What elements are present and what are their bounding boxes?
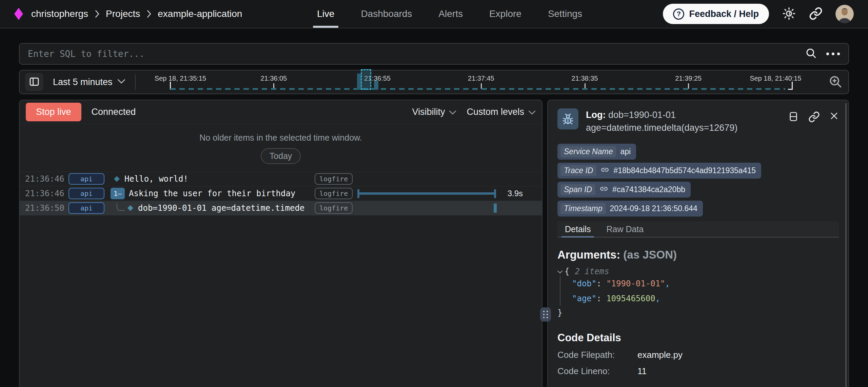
share-link-button[interactable] [809,7,823,21]
code-lineno-row: Code Lineno: 11 [557,366,839,376]
top-nav: christophergs Projects example-applicati… [0,0,868,28]
log-row-selected[interactable]: 21:36:50 api dob=1990-01-01 age=datetime… [20,201,542,216]
timestamp-badge: Timestamp 2024-09-18 21:36:50.644 [557,201,703,217]
service-badge[interactable]: api [68,202,104,214]
feedback-help-label: Feedback / Help [689,9,759,19]
empty-window-message: No older items in the selected time wind… [20,133,542,143]
log-row[interactable]: 21:36:46 api 1– Asking the user for thei… [20,186,542,201]
log-timestamp: 21:36:46 [20,174,64,184]
span-duration-bar [357,192,496,195]
json-viewer: { 2 items "dob": "1990-01-01", "age": 10… [557,267,839,320]
metadata-badges: Service Name api Trace ID #18b84cb4847b5… [557,144,839,217]
log-timestamp: 21:36:46 [20,189,64,198]
zoom-in-button[interactable] [828,74,843,90]
tab-details[interactable]: Details [565,221,591,237]
service-badge[interactable]: api [68,188,104,199]
panel-left-icon [29,76,40,88]
chevron-down-icon [449,107,456,117]
breadcrumb-projects[interactable]: Projects [106,8,140,19]
tab-live[interactable]: Live [317,0,334,28]
log-message: dob=1990-01-01 age=datetime.timede [138,203,304,213]
timeline-activity-bar [374,81,378,90]
chevron-right-icon [146,10,152,18]
divider [135,74,136,90]
service-name-badge: Service Name api [557,144,636,160]
logfire-tag-badge[interactable]: logfire [315,188,353,199]
json-items-count: 2 items [575,267,609,276]
span-bar-area [353,201,542,215]
timeline-chart[interactable]: Sep 18, 21:35:15 21:36:05 21:36:55 21:37… [143,70,821,94]
more-options-icon[interactable] [826,51,840,57]
link-icon [809,7,823,21]
timeline-bar: Last 5 minutes Sep 18, 21:35:15 21:36:05… [19,70,849,94]
log-level-diamond-icon [127,205,133,211]
sql-filter-bar [19,43,849,65]
live-logs-panel: Stop live Connected Visibility Custom le… [19,100,542,387]
log-rows-list: 21:36:46 api Hello, world! logfire 21:36… [20,171,542,216]
code-filepath-row: Code Filepath: example.py [557,350,839,360]
breadcrumb-org[interactable]: christophergs [31,8,88,19]
breadcrumb: christophergs Projects example-applicati… [14,8,242,20]
arguments-heading: Arguments: (as JSON) [557,248,839,261]
theme-toggle-button[interactable] [782,6,796,22]
breadcrumb-project-name[interactable]: example-application [158,8,242,19]
main-nav-tabs: Live Dashboards Alerts Explore Settings [317,0,582,28]
collapse-chevron-icon[interactable] [557,268,563,273]
timeline-selection-window[interactable] [361,69,371,90]
search-icon[interactable] [805,47,817,61]
tab-alerts[interactable]: Alerts [438,0,463,28]
span-bar-area: 3.9s [353,186,542,201]
link-icon [599,184,608,195]
chevron-down-icon [117,79,125,85]
log-level-diamond-icon [114,176,120,182]
zoom-in-icon [828,74,843,90]
logfire-logo-icon[interactable] [14,8,23,20]
span-id-badge[interactable]: Span ID #ca741384ca2a20bb [557,182,691,198]
connection-status: Connected [92,107,136,117]
chevron-down-icon [528,107,536,117]
tab-raw-data[interactable]: Raw Data [606,221,644,237]
service-badge[interactable]: api [68,173,104,185]
details-scrollbar[interactable] [845,103,847,387]
copy-link-icon[interactable] [808,111,820,124]
log-message: Asking the user for their birthday [129,189,295,198]
sql-filter-input[interactable] [28,49,796,59]
close-icon[interactable] [829,111,839,124]
debug-bug-icon [557,108,578,129]
json-entry: "age": 1095465600, [572,291,839,306]
log-timestamp: 21:36:50 [20,203,64,213]
link-icon [600,165,609,176]
span-bar-area [353,172,542,186]
details-tabs: Details Raw Data [557,221,839,238]
span-duration-label: 3.9s [508,189,523,198]
time-range-dropdown[interactable]: Last 5 minutes [53,77,125,87]
live-panel-header: Stop live Connected Visibility Custom le… [20,100,542,124]
chevron-right-icon [94,10,100,18]
log-details-panel: Log: dob=1990-01-01 age=datetime.timedel… [547,100,849,387]
feedback-help-button[interactable]: ? Feedback / Help [663,4,769,24]
details-title: Log: dob=1990-01-01 age=datetime.timedel… [586,108,762,134]
sun-theme-icon [782,6,796,22]
sidebar-toggle-button[interactable] [25,73,43,91]
trace-id-badge[interactable]: Trace ID #18b84cb4847b5d574c4ad9121935a4… [557,163,761,179]
collapse-children-badge[interactable]: 1– [111,188,125,199]
user-avatar[interactable] [835,5,854,23]
logfire-tag-badge[interactable]: logfire [315,173,353,185]
details-header: Log: dob=1990-01-01 age=datetime.timedel… [557,108,839,134]
child-connector-line [117,203,125,211]
tab-dashboards[interactable]: Dashboards [361,0,412,28]
custom-levels-dropdown[interactable]: Custom levels [467,107,536,117]
tab-settings[interactable]: Settings [548,0,582,28]
log-position-tick [494,204,497,213]
split-view-icon[interactable] [788,111,799,124]
panel-resize-handle[interactable] [540,307,551,322]
logfire-tag-badge[interactable]: logfire [315,202,353,214]
json-open-brace: { [565,267,569,276]
tab-explore[interactable]: Explore [489,0,521,28]
log-message: Hello, world! [124,174,188,184]
log-row[interactable]: 21:36:46 api Hello, world! logfire [20,172,542,186]
today-button[interactable]: Today [261,148,301,164]
help-question-icon: ? [673,8,684,20]
visibility-dropdown[interactable]: Visibility [412,107,456,117]
stop-live-button[interactable]: Stop live [26,103,81,121]
